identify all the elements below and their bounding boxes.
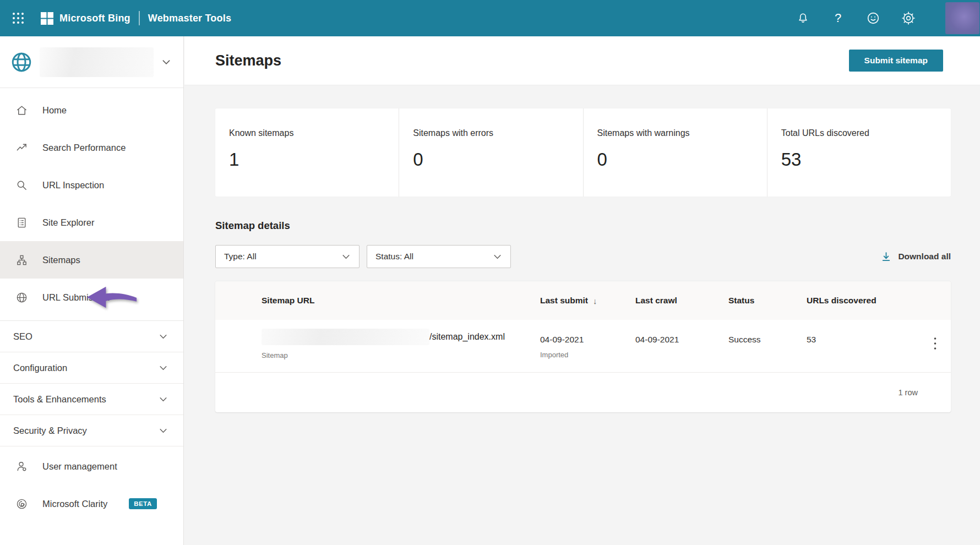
type-filter-dropdown[interactable]: Type: All [215,245,360,268]
document-list-icon [15,216,28,229]
sidebar-group-configuration[interactable]: Configuration [0,352,183,384]
brand-title[interactable]: Microsoft Bing [59,13,130,24]
user-icon [15,460,28,473]
app-launcher-icon[interactable] [10,10,26,26]
group-label: Tools & Enhancements [13,394,106,405]
sidebar-groups: SEO Configuration Tools & Enhancements S… [0,320,183,446]
status-filter-value: Status: All [375,252,413,261]
status-filter-dropdown[interactable]: Status: All [367,245,511,268]
waffle-grid-icon [12,12,24,24]
chevron-down-icon [159,363,168,373]
download-icon [880,251,892,263]
sidebar-item-label: Microsoft Clarity [42,499,107,509]
column-header-urls-discovered[interactable]: URLs discovered [807,296,934,306]
stat-card-total-urls-discovered: Total URLs discovered 53 [767,108,951,197]
sidebar-item-label: Sitemaps [42,255,80,265]
chevron-down-icon [159,332,168,341]
cell-last-crawl: 04-09-2021 [635,320,728,345]
sidebar-item-label: Site Explorer [42,217,94,228]
sidebar-group-security-privacy[interactable]: Security & Privacy [0,415,183,446]
chevron-down-icon [341,252,351,261]
main-content: Sitemaps Submit sitemap Known sitemaps 1… [184,36,980,545]
stat-label: Sitemaps with warnings [597,128,767,138]
sitemaps-table: Sitemap URL Last submit ↓ Last crawl Sta… [215,281,951,412]
page-title: Sitemaps [215,52,281,69]
page-header: Sitemaps Submit sitemap [184,36,980,85]
group-label: SEO [13,331,32,342]
stat-value: 0 [413,149,582,170]
submit-sitemap-button[interactable]: Submit sitemap [849,50,943,72]
sidebar-item-label: Search Performance [42,143,126,153]
sidebar-item-user-management[interactable]: User management [0,448,183,485]
sidebar-item-label: User management [42,461,117,472]
chevron-down-icon [161,57,171,67]
column-header-status[interactable]: Status [728,296,807,306]
sitemap-details-heading: Sitemap details [215,220,951,232]
notifications-bell-icon[interactable] [796,11,810,25]
row-count-label: 1 row [899,388,918,397]
submit-method-label: Imported [540,351,635,359]
sidebar-group-seo[interactable]: SEO [0,321,183,352]
clarity-icon [15,498,28,510]
cell-status: Success [728,320,807,345]
sidebar-item-url-submission[interactable]: URL Submission [0,279,183,316]
stat-value: 1 [229,149,399,170]
column-header-last-crawl[interactable]: Last crawl [635,296,728,306]
trend-up-icon [15,141,28,154]
sidebar-item-label: Home [42,105,67,116]
stat-value: 0 [597,149,767,170]
cell-sitemap-url: /sitemap_index.xml Sitemap [262,320,540,359]
sidebar-group-tools-enhancements[interactable]: Tools & Enhancements [0,384,183,415]
sidebar-item-home[interactable]: Home [0,91,183,129]
stat-card-sitemaps-with-warnings: Sitemaps with warnings 0 [583,108,767,197]
sidebar-item-microsoft-clarity[interactable]: Microsoft Clarity BETA [0,485,183,522]
profile-avatar[interactable] [945,2,979,34]
url-redacted-blur [262,329,429,345]
sidebar-primary-nav: Home Search Performance URL Inspection S… [0,88,183,316]
type-filter-value: Type: All [224,252,257,261]
sort-descending-icon: ↓ [593,296,597,306]
globe-icon [10,51,33,74]
sitemap-type-label: Sitemap [262,351,540,359]
stat-label: Total URLs discovered [781,128,951,138]
home-icon [15,104,28,117]
topbar-left: Microsoft Bing Webmaster Tools [0,10,231,26]
help-glyph: ? [835,12,841,24]
brand-divider [139,11,140,25]
help-icon[interactable]: ? [831,11,845,25]
sidebar-item-site-explorer[interactable]: Site Explorer [0,204,183,241]
stats-strip: Known sitemaps 1 Sitemaps with errors 0 … [215,108,951,197]
settings-gear-icon[interactable] [901,11,916,25]
group-label: Security & Privacy [13,426,87,436]
row-actions-kebab-icon[interactable] [934,320,937,350]
stat-card-sitemaps-with-errors: Sitemaps with errors 0 [399,108,582,197]
magnifier-icon [15,179,28,192]
sidebar-nav: Home Search Performance URL Inspection S… [0,36,184,545]
download-all-button[interactable]: Download all [880,251,951,263]
page-content: Known sitemaps 1 Sitemaps with errors 0 … [184,85,980,412]
stat-label: Known sitemaps [229,128,399,138]
stat-label: Sitemaps with errors [413,128,582,138]
product-title[interactable]: Webmaster Tools [148,13,231,24]
chevron-down-icon [493,252,502,261]
filter-row: Type: All Status: All Download all [215,245,951,268]
table-header-row: Sitemap URL Last submit ↓ Last crawl Sta… [215,281,951,320]
download-all-label: Download all [898,252,951,261]
sitemap-tree-icon [15,254,28,266]
column-header-sitemap-url[interactable]: Sitemap URL [262,296,540,306]
sidebar-item-search-performance[interactable]: Search Performance [0,129,183,166]
stat-card-known-sitemaps: Known sitemaps 1 [215,108,399,197]
sidebar-bottom: User management Microsoft Clarity BETA [0,448,183,522]
beta-badge: BETA [129,498,156,509]
column-header-last-submit[interactable]: Last submit ↓ [540,296,635,306]
chevron-down-icon [159,426,168,435]
chevron-down-icon [159,395,168,404]
site-selector[interactable] [0,36,183,88]
feedback-smiley-icon[interactable] [866,11,880,25]
url-suffix[interactable]: /sitemap_index.xml [429,332,505,342]
sidebar-item-url-inspection[interactable]: URL Inspection [0,166,183,204]
top-app-bar: Microsoft Bing Webmaster Tools ? [0,0,980,36]
table-row[interactable]: /sitemap_index.xml Sitemap 04-09-2021 Im… [215,320,951,373]
globe-icon [15,291,28,304]
sidebar-item-sitemaps[interactable]: Sitemaps [0,241,183,279]
